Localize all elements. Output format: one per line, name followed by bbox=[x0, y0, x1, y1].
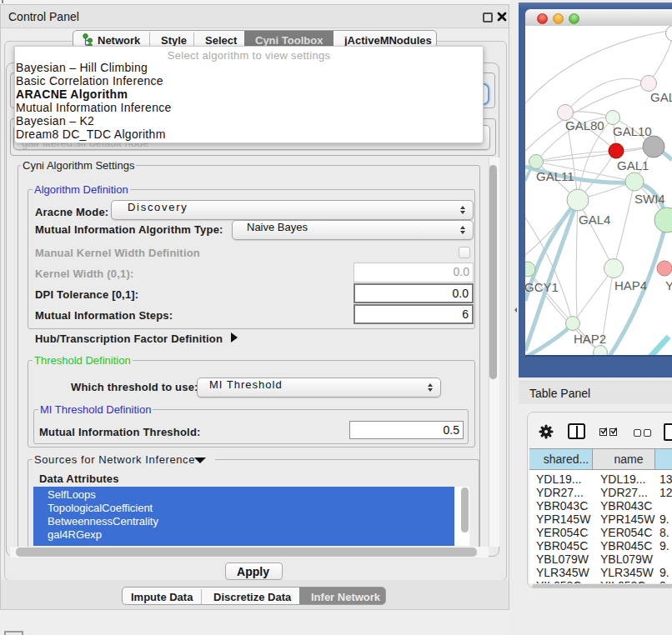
svg-text:SWI4: SWI4 bbox=[634, 192, 665, 206]
svg-text:YMR: YMR bbox=[665, 278, 672, 292]
svg-text:GCY1: GCY1 bbox=[525, 280, 559, 294]
svg-text:GAL4: GAL4 bbox=[579, 212, 610, 227]
svg-text:GAL1: GAL1 bbox=[617, 158, 649, 172]
svg-text:GAL10: GAL10 bbox=[613, 124, 652, 138]
svg-text:GAL2: GAL2 bbox=[650, 90, 672, 104]
svg-text:HAP2: HAP2 bbox=[574, 332, 606, 346]
svg-text:HAP4: HAP4 bbox=[614, 278, 647, 292]
svg-text:GAL11: GAL11 bbox=[536, 169, 574, 183]
svg-text:GAL80: GAL80 bbox=[565, 118, 604, 132]
